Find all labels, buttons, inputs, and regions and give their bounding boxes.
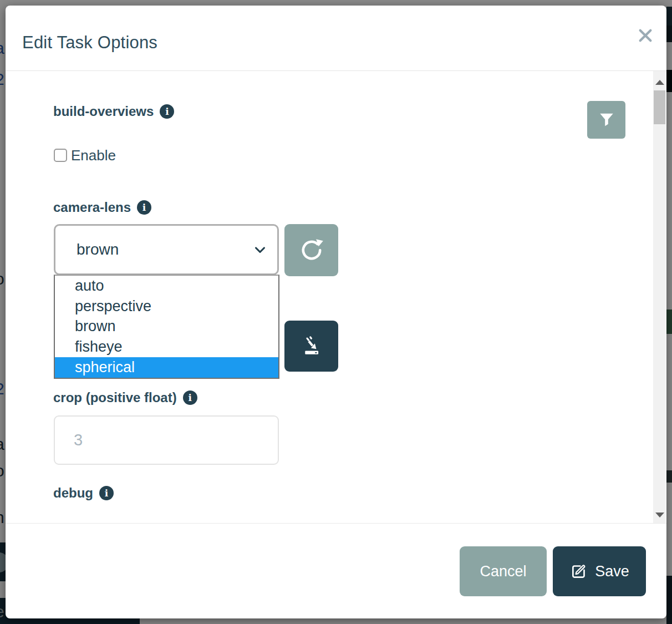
camera-lens-option-brown[interactable]: brown — [55, 317, 278, 337]
crop-input[interactable] — [54, 415, 279, 465]
crop-label: crop (positive float) — [53, 389, 177, 406]
import-preset-button[interactable] — [284, 321, 338, 372]
chevron-down-icon — [252, 241, 268, 258]
camera-lens-option-fisheye[interactable]: fisheye — [55, 337, 278, 357]
filter-options-button[interactable] — [587, 101, 625, 139]
footer-divider — [6, 523, 666, 524]
import-download-icon — [299, 334, 324, 358]
info-icon[interactable]: i — [137, 200, 151, 215]
cancel-button-label: Cancel — [480, 563, 526, 580]
info-icon[interactable]: i — [99, 486, 114, 500]
scrollbar-thumb[interactable] — [654, 90, 665, 124]
refresh-icon — [298, 237, 325, 263]
cancel-button[interactable]: Cancel — [460, 546, 547, 596]
info-icon[interactable]: i — [183, 390, 197, 405]
build-overviews-label: build-overviews — [53, 103, 154, 120]
header-divider — [6, 70, 666, 71]
scrollbar-down-arrow-icon[interactable] — [655, 513, 664, 518]
camera-lens-select[interactable]: brown — [54, 224, 279, 275]
debug-label: debug — [53, 485, 93, 501]
field-label-build-overviews: build-overviews i — [53, 103, 174, 120]
enable-checkbox-row: Enable — [54, 144, 116, 166]
scrollbar-up-arrow-icon[interactable] — [655, 80, 664, 85]
camera-lens-label: camera-lens — [53, 199, 131, 216]
enable-checkbox[interactable] — [54, 149, 67, 162]
edit-pencil-square-icon — [569, 562, 588, 581]
dialog-title: Edit Task Options — [22, 32, 157, 54]
camera-lens-option-perspective[interactable]: perspective — [55, 296, 278, 317]
field-label-crop: crop (positive float) i — [53, 389, 197, 406]
info-icon[interactable]: i — [160, 104, 174, 119]
filter-funnel-icon — [598, 111, 615, 129]
reset-to-default-button[interactable] — [284, 224, 338, 276]
close-x-glyph — [637, 27, 654, 44]
camera-lens-option-spherical[interactable]: spherical — [55, 357, 278, 378]
save-button-label: Save — [595, 563, 629, 580]
field-label-camera-lens: camera-lens i — [53, 199, 151, 216]
enable-checkbox-label: Enable — [71, 147, 116, 164]
field-label-debug: debug i — [53, 485, 114, 501]
camera-lens-dropdown-list: auto perspective brown fisheye spherical — [54, 275, 279, 379]
camera-lens-selected-value: brown — [77, 241, 119, 258]
edit-task-options-dialog: Edit Task Options build-overviews i Enab… — [6, 6, 666, 618]
camera-lens-option-auto[interactable]: auto — [55, 276, 278, 296]
save-button[interactable]: Save — [553, 546, 646, 596]
close-icon[interactable] — [633, 23, 658, 48]
dialog-scrollbar[interactable] — [653, 71, 666, 523]
